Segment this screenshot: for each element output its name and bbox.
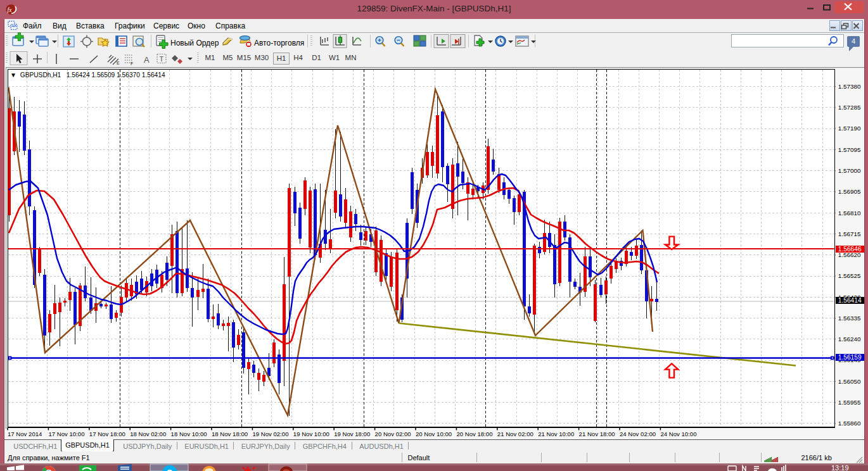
svg-text:S: S [167,468,172,471]
